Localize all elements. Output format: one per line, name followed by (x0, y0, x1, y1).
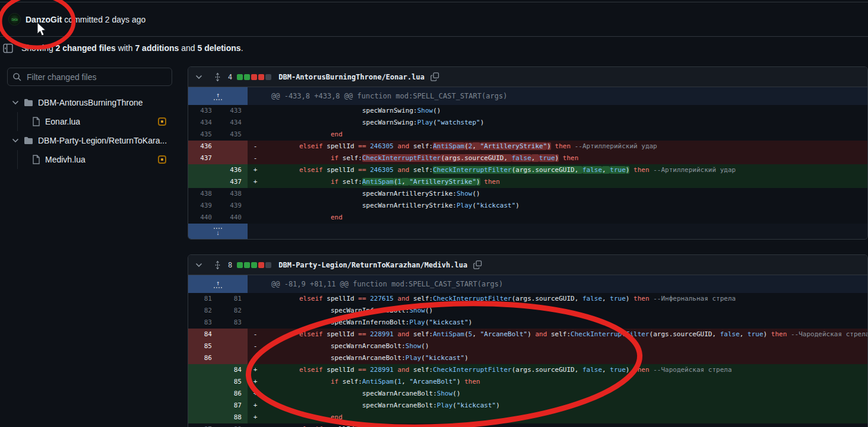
diff-line-added: 85+ if self:AntiSpam(1, "ArcaneBolt") th… (188, 376, 867, 388)
code-content: elseif spellId == 246305 and self:AntiSp… (263, 141, 867, 152)
diff-panel-1: 8DBM-Party-Legion/ReturnToKarazhan/Mediv… (188, 254, 868, 427)
diffstat-square (237, 74, 243, 80)
file-label: Medivh.lua (45, 155, 85, 164)
line-number-old[interactable] (188, 164, 218, 176)
diffstat-square (265, 262, 271, 268)
commit-meta: committed 2 days ago (64, 15, 145, 24)
line-number-new[interactable]: 87 (218, 400, 248, 412)
code-content: specWarnInfernoBolt:Show() (263, 305, 867, 317)
diff-sign: - (248, 329, 263, 340)
commit-author[interactable]: DanzoGit (26, 15, 62, 24)
line-number-old[interactable] (188, 376, 218, 388)
line-number-new[interactable]: 435 (218, 129, 248, 141)
drag-handle-icon[interactable] (213, 72, 222, 82)
line-number-old[interactable]: 433 (188, 105, 218, 117)
line-number-new[interactable]: 434 (218, 117, 248, 129)
line-number-old[interactable]: 434 (188, 117, 218, 129)
diffstat-square (244, 74, 250, 80)
expand-up-button[interactable]: ↑ (188, 275, 248, 293)
code-content: specWarnArcaneBolt:Show() (263, 388, 867, 400)
diff-sign (248, 129, 263, 141)
code-content: elseif spellId == 246305 and self:CheckI… (263, 164, 867, 176)
tree-item-dbm-party-legion-returntokara-[interactable]: DBM-Party-Legion/ReturnToKara... (0, 131, 179, 150)
line-number-old[interactable]: 438 (188, 188, 218, 200)
file-path[interactable]: DBM-AntorusBurningThrone/Eonar.lua (278, 73, 425, 81)
tree-item-eonar-lua[interactable]: Eonar.lua (0, 112, 179, 131)
filter-changed-files-input[interactable] (27, 72, 167, 82)
line-number-new[interactable]: 81 (218, 293, 248, 305)
diff-sign (248, 200, 263, 212)
hunk-header: ↑@@ -433,8 +433,8 @@ function mod:SPELL_… (188, 87, 867, 105)
line-number-new[interactable]: 438 (218, 188, 248, 200)
line-number-new[interactable]: 83 (218, 317, 248, 329)
line-number-new[interactable] (218, 329, 248, 340)
code-content: specWarnArtilleryStrike:Show() (263, 188, 867, 200)
diff-line-context: 435435 end (188, 129, 867, 141)
line-number-new[interactable]: 433 (218, 105, 248, 117)
line-number-old[interactable]: 437 (188, 152, 218, 164)
tree-item-medivh-lua[interactable]: Medivh.lua (0, 150, 179, 169)
drag-handle-icon[interactable] (213, 260, 222, 270)
filter-files-box (7, 68, 172, 86)
diff-sign (248, 188, 263, 200)
line-number-old[interactable]: 435 (188, 129, 218, 141)
line-number-new[interactable] (218, 152, 248, 164)
folder-label: DBM-Party-Legion/ReturnToKara... (38, 136, 167, 145)
line-number-new[interactable]: 437 (218, 176, 248, 188)
line-number-old[interactable]: 86 (188, 352, 218, 364)
line-number-new[interactable]: 86 (218, 388, 248, 400)
line-number-old[interactable] (188, 400, 218, 412)
line-number-new[interactable]: 440 (218, 212, 248, 224)
diff-line-added: 87+ specWarnArcaneBolt:Play("kickcast") (188, 400, 867, 412)
line-number-old[interactable]: 83 (188, 317, 218, 329)
avatar[interactable]: DzGit (8, 13, 21, 26)
line-number-new[interactable]: 89 (218, 423, 248, 427)
hunk-header-text: @@ -81,9 +81,11 @@ function mod:SPELL_CA… (248, 275, 867, 293)
line-number-new[interactable] (218, 340, 248, 352)
line-number-old[interactable]: 85 (188, 340, 218, 352)
line-number-old[interactable]: 87 (188, 423, 218, 427)
line-number-new[interactable]: 88 (218, 412, 248, 423)
file-path[interactable]: DBM-Party-Legion/ReturnToKarazhan/Medivh… (278, 261, 467, 269)
search-icon (12, 72, 22, 82)
line-number-new[interactable]: 84 (218, 364, 248, 376)
diffstat-square (265, 74, 271, 80)
line-number-new[interactable]: 436 (218, 164, 248, 176)
code-content: specWarnArcaneBolt:Show() (263, 340, 867, 352)
code-content: specWarnArcaneBolt:Play("kickcast") (263, 352, 867, 364)
line-number-new[interactable]: 82 (218, 305, 248, 317)
line-number-new[interactable]: 439 (218, 200, 248, 212)
diff-sign: + (248, 176, 263, 188)
code-content: elseif spellId == 228991 and self:AntiSp… (263, 329, 867, 340)
diffstat-square (258, 262, 264, 268)
line-number-old[interactable]: 82 (188, 305, 218, 317)
diff-line-added: 437+ if self:AntiSpam(1, "ArtilleryStrik… (188, 176, 867, 188)
line-number-old[interactable] (188, 364, 218, 376)
code-content: elseif spellId == 227615 and self:CheckI… (263, 293, 867, 305)
collapse-file-icon[interactable] (195, 75, 202, 79)
copy-path-icon[interactable] (430, 72, 439, 81)
line-number-old[interactable]: 84 (188, 329, 218, 340)
line-number-old[interactable] (188, 412, 218, 423)
line-number-old[interactable]: 436 (188, 141, 218, 152)
diff-sign (248, 117, 263, 129)
diff-line-context: 8789 elseif spellId == 237779 then -- (188, 423, 867, 427)
line-number-old[interactable] (188, 388, 218, 400)
line-number-old[interactable]: 439 (188, 200, 218, 212)
collapse-file-icon[interactable] (195, 263, 202, 267)
diff-sign: + (248, 412, 263, 423)
line-number-old[interactable] (188, 176, 218, 188)
copy-path-icon[interactable] (473, 260, 482, 269)
expand-up-button[interactable]: ↑ (188, 87, 248, 105)
diffstat-square (251, 74, 257, 80)
hunk-header: ↑@@ -81,9 +81,11 @@ function mod:SPELL_C… (188, 275, 867, 293)
line-number-new[interactable] (218, 352, 248, 364)
expand-down-button[interactable]: ↓ (188, 224, 248, 239)
line-number-old[interactable]: 440 (188, 212, 218, 224)
line-number-new[interactable] (218, 141, 248, 152)
collapse-sidebar-icon[interactable] (3, 43, 13, 53)
line-number-new[interactable]: 85 (218, 376, 248, 388)
line-number-old[interactable]: 81 (188, 293, 218, 305)
diff-sign (248, 293, 263, 305)
tree-item-dbm-antorusburningthrone[interactable]: DBM-AntorusBurningThrone (0, 93, 179, 112)
